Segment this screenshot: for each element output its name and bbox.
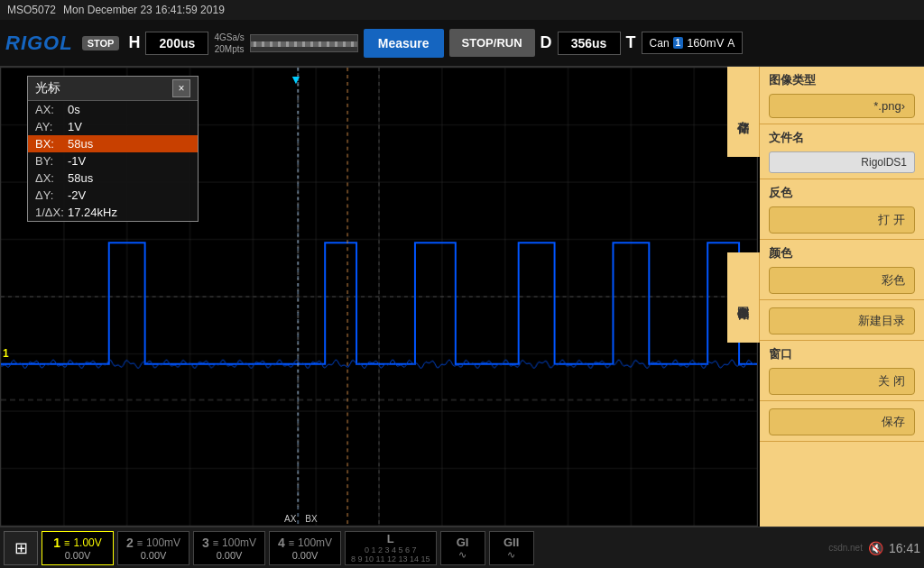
window-label: 窗口 — [769, 346, 915, 362]
grid-button[interactable]: ⊞ — [4, 531, 38, 565]
stop-run-button[interactable]: STOP/RUN — [449, 29, 535, 57]
close-button[interactable]: 关 闭 — [769, 368, 915, 395]
cursor-row-value: -1V — [68, 154, 86, 168]
image-type-section: 图像类型 *.png› — [760, 67, 924, 124]
cursor-row-label: BY: — [35, 154, 68, 168]
grid-icon: ⊞ — [14, 538, 28, 558]
channel-offset: 0.00V — [141, 550, 167, 561]
watermark-text: csdn.net — [828, 543, 863, 553]
measure-button[interactable]: Measure — [364, 29, 444, 58]
trigger-position-marker: ▼ — [290, 72, 302, 87]
delay-display: 356us — [558, 32, 621, 55]
image-type-button[interactable]: *.png› — [769, 94, 915, 118]
gii-label: GII — [504, 536, 519, 549]
datetime-label: Mon December 23 16:41:59 2019 — [63, 4, 225, 16]
cursor-ax-bx-labels: AX BX — [284, 514, 318, 524]
top-status-bar: MSO5072 Mon December 23 16:41:59 2019 — [0, 0, 924, 20]
cursor-row-label: ΔY: — [35, 188, 68, 202]
rigol-logo: RIGOL — [5, 32, 73, 55]
bottom-channel-bar: ⊞ 1 ≡ 1.00V 0.00V 2 ≡ 100mV 0.00V 3 ≡ 10… — [0, 527, 924, 568]
channel-wave-icon: ≡ — [213, 537, 218, 548]
channel-offset: 0.00V — [65, 550, 91, 561]
new-dir-section: 新建目录 — [760, 300, 924, 341]
cursor-row-label: AX: — [35, 103, 68, 116]
save-section: 保存 — [760, 401, 924, 442]
trigger-channel: 1 — [673, 37, 684, 49]
trigger-type: Can — [650, 37, 670, 50]
header-bar: RIGOL STOP H 200us 4GSa/s 20Mpts Measure… — [0, 20, 924, 67]
gii-wave: ∿ — [507, 549, 515, 561]
trigger-info: Can 1 160mV A — [642, 32, 744, 54]
channel-4-block[interactable]: 4 ≡ 100mV 0.00V — [269, 531, 341, 565]
channel-number: 2 — [126, 536, 134, 550]
cursor-header: 光标 × — [28, 77, 198, 101]
cursor-row-label: ΔX: — [35, 171, 68, 185]
cursor-row: BX: 58us — [28, 135, 198, 152]
speaker-icon: 🔇 — [868, 541, 883, 555]
cursor-row: ΔX: 58us — [28, 169, 198, 187]
cursor-row: 1/ΔX: 17.24kHz — [28, 204, 198, 221]
gii-block: GII ∿ — [489, 531, 534, 565]
image-store-label: 图像存储 — [727, 252, 760, 343]
cursor-row-label: BX: — [35, 137, 68, 151]
cursor-row-value: 0s — [68, 103, 80, 116]
color-section: 颜色 彩色 — [760, 240, 924, 300]
channel-label-row: 4 ≡ 100mV — [278, 536, 332, 550]
gi-wave: ∿ — [458, 549, 467, 561]
channel-3-block[interactable]: 3 ≡ 100mV 0.00V — [193, 531, 265, 565]
filename-section: 文件名 RigolDS1 — [760, 124, 924, 179]
cursor-row-value: 1V — [68, 120, 82, 133]
trigger-voltage: 160mV — [687, 36, 724, 50]
cursor-row-value: 17.24kHz — [68, 206, 117, 219]
open-button[interactable]: 打 开 — [769, 206, 915, 234]
channel-label-row: 3 ≡ 100mV — [202, 536, 256, 550]
cursor-row-label: 1/ΔX: — [35, 206, 68, 219]
gi-block: GI ∿ — [440, 531, 485, 565]
color-label: 颜色 — [769, 245, 915, 261]
cursor-close-button[interactable]: × — [172, 79, 190, 97]
channel-wave-icon: ≡ — [289, 537, 294, 548]
t-label: T — [626, 33, 636, 52]
channel-wave-icon: ≡ — [137, 537, 143, 548]
time-display: csdn.net 🔇 16:41 — [828, 541, 920, 555]
filename-label: 文件名 — [769, 130, 915, 146]
timebase-display: 200us — [145, 32, 208, 55]
logic-digits-top: 0 1 2 3 4 5 6 7 — [365, 545, 417, 554]
channel-2-block[interactable]: 2 ≡ 100mV 0.00V — [117, 531, 189, 565]
channel-offset: 0.00V — [217, 550, 243, 561]
save-button[interactable]: 保存 — [769, 408, 915, 435]
channel-number: 3 — [202, 536, 209, 550]
invert-label: 反色 — [769, 185, 915, 201]
channel-wave-icon: ≡ — [64, 537, 69, 548]
logic-digits-bottom: 8 9 10 11 12 13 14 15 — [351, 554, 430, 563]
wave-position-indicator — [250, 34, 358, 52]
channel-label-row: 1 ≡ 1.00V — [53, 536, 102, 550]
logic-label: L — [387, 532, 394, 545]
stop-badge: STOP — [82, 36, 120, 50]
channel-number: 4 — [278, 536, 285, 550]
cursor-row-value: -2V — [68, 188, 86, 202]
sample-info: 4GSa/s 20Mpts — [214, 32, 244, 55]
h-label: H — [128, 33, 140, 52]
color-button[interactable]: 彩色 — [769, 267, 915, 294]
trigger-slope: A — [727, 37, 735, 50]
window-section: 窗口 关 闭 — [760, 341, 924, 401]
filename-field[interactable]: RigolDS1 — [769, 151, 915, 173]
channel-voltage: 100mV — [298, 536, 332, 549]
ch1-level-marker: 1 — [3, 347, 9, 360]
channel-voltage: 1.00V — [73, 536, 101, 549]
channel-1-block[interactable]: 1 ≡ 1.00V 0.00V — [42, 531, 114, 565]
channels-container: 1 ≡ 1.00V 0.00V 2 ≡ 100mV 0.00V 3 ≡ 100m… — [42, 531, 341, 565]
clock-time: 16:41 — [889, 541, 920, 555]
channel-number: 1 — [53, 536, 60, 550]
cursor-row-label: AY: — [35, 120, 68, 133]
new-dir-button[interactable]: 新建目录 — [769, 307, 915, 334]
cursor-row: AX: 0s — [28, 101, 198, 118]
logic-analyzer-block: L 0 1 2 3 4 5 6 7 8 9 10 11 12 13 14 15 — [345, 531, 437, 565]
store-label: 存储 — [727, 67, 760, 157]
cursor-row: ΔY: -2V — [28, 187, 198, 204]
channel-offset: 0.00V — [292, 550, 319, 561]
cursor-title: 光标 — [35, 80, 60, 96]
right-panel: 图像类型 *.png› 文件名 RigolDS1 反色 打 开 颜色 彩色 新建… — [760, 67, 924, 527]
model-label: MSO5072 — [7, 4, 56, 16]
